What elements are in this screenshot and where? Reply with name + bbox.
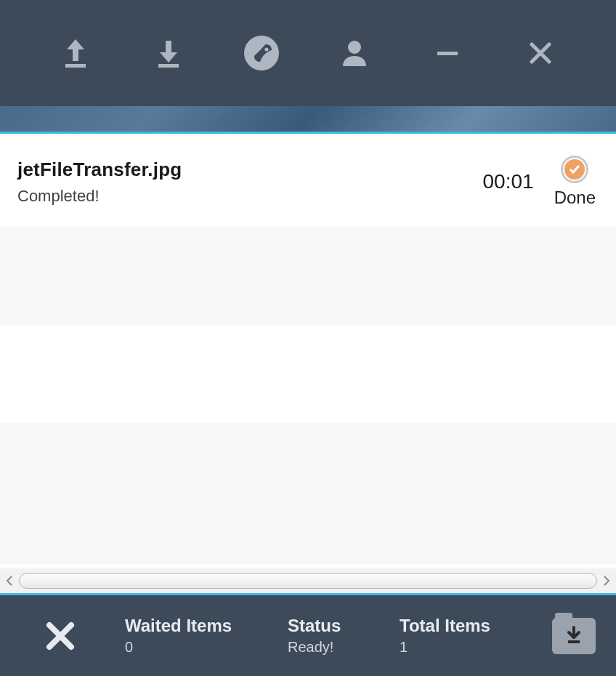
state-column: Done [554, 156, 599, 208]
account-button[interactable] [333, 31, 376, 75]
empty-row [0, 325, 616, 423]
banner-image [0, 106, 616, 134]
chevron-right-icon [603, 576, 610, 586]
download-folder-icon [565, 626, 583, 646]
waited-block: Waited Items 0 [125, 616, 263, 656]
file-name: jetFileTransfer.jpg [17, 158, 469, 181]
transfer-row[interactable]: jetFileTransfer.jpg Completed! 00:01 Don… [0, 134, 616, 227]
total-block: Total Items 1 [400, 616, 508, 656]
file-info: jetFileTransfer.jpg Completed! [17, 158, 469, 206]
download-button[interactable] [147, 31, 190, 75]
svg-rect-1 [158, 64, 179, 68]
svg-rect-5 [437, 52, 458, 55]
empty-row [0, 423, 616, 564]
file-status: Completed! [17, 187, 469, 206]
chevron-left-icon [6, 576, 13, 586]
user-icon [339, 37, 370, 69]
scroll-track[interactable] [19, 573, 597, 589]
svg-rect-0 [65, 64, 86, 68]
status-label: Status [288, 616, 375, 636]
empty-row [0, 227, 616, 325]
close-icon [526, 39, 555, 68]
done-badge [561, 156, 588, 183]
horizontal-scrollbar[interactable] [0, 568, 616, 593]
scroll-left-button[interactable] [3, 572, 16, 590]
close-icon [44, 619, 77, 653]
launch-button[interactable] [240, 31, 283, 75]
waited-label: Waited Items [125, 616, 263, 636]
download-icon [150, 35, 187, 71]
total-value: 1 [400, 639, 508, 656]
rocket-icon [243, 34, 280, 72]
upload-icon [57, 35, 94, 71]
svg-point-3 [264, 47, 268, 51]
open-downloads-button[interactable] [552, 618, 596, 654]
svg-rect-6 [568, 640, 580, 643]
status-block: Status Ready! [288, 616, 375, 656]
checkmark-icon [568, 163, 581, 176]
upload-button[interactable] [54, 31, 97, 75]
close-button[interactable] [519, 31, 562, 75]
elapsed-time: 00:01 [483, 170, 540, 193]
transfer-list: jetFileTransfer.jpg Completed! 00:01 Don… [0, 134, 616, 568]
status-value: Ready! [288, 639, 375, 656]
minimize-icon [433, 39, 462, 68]
total-label: Total Items [400, 616, 508, 636]
status-bar: Waited Items 0 Status Ready! Total Items… [0, 593, 616, 676]
svg-point-4 [348, 41, 361, 54]
clear-button[interactable] [20, 619, 100, 653]
state-label: Done [554, 188, 596, 208]
minimize-button[interactable] [426, 31, 469, 75]
waited-value: 0 [125, 639, 263, 656]
main-toolbar [0, 0, 616, 106]
scroll-right-button[interactable] [600, 572, 613, 590]
